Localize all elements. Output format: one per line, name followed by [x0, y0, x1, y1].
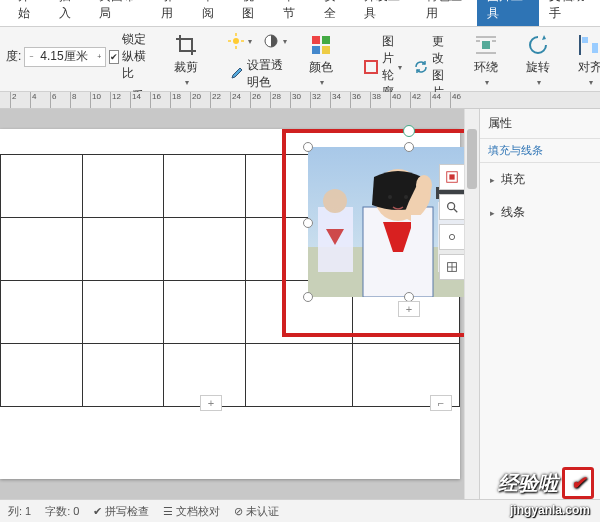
svg-rect-10	[322, 46, 330, 54]
watermark-check-icon: ✔	[562, 467, 594, 499]
align-button[interactable]: 对齐▾	[568, 31, 600, 89]
tab-picture-tools[interactable]: 图片工具	[477, 0, 538, 26]
table-cell[interactable]	[164, 281, 246, 344]
table-cell[interactable]	[82, 281, 164, 344]
tab-references[interactable]: 引用	[151, 0, 192, 26]
svg-point-34	[323, 189, 347, 213]
status-spellcheck[interactable]: ✔拼写检查	[93, 504, 149, 519]
tab-special[interactable]: 特色应用	[416, 0, 477, 26]
rotate-button[interactable]: 旋转▾	[516, 31, 560, 89]
svg-rect-16	[482, 41, 490, 49]
link-tool[interactable]	[439, 224, 465, 250]
lock-ratio-checkbox[interactable]: ✔	[109, 50, 119, 64]
table-cell[interactable]	[1, 281, 83, 344]
svg-rect-7	[312, 36, 320, 44]
resize-handle-tl[interactable]	[303, 142, 313, 152]
pane-tab-fill-line[interactable]: 填充与线条	[480, 139, 600, 163]
tab-doc-assist[interactable]: 文档助手	[539, 0, 600, 26]
set-transparent-button[interactable]: 设置透明色	[224, 55, 291, 93]
pane-fill-section[interactable]: ▸填充	[480, 163, 600, 196]
tab-security[interactable]: 安全	[314, 0, 355, 26]
horizontal-ruler[interactable]: 2468101214161820222426283032343638404244…	[0, 92, 600, 109]
rotate-icon	[526, 33, 550, 57]
menu-tabbar: 开始 插入 页面布局 引用 审阅 视图 章节 安全 开发工具 特色应用 图片工具…	[0, 0, 600, 27]
crop-button[interactable]: 裁剪 ▾	[164, 31, 208, 89]
rotate-handle[interactable]	[403, 125, 415, 137]
tab-review[interactable]: 审阅	[192, 0, 233, 26]
sun-icon	[228, 33, 244, 49]
status-proof[interactable]: ☰文档校对	[163, 504, 220, 519]
adjust-group: ▾ ▾ 设置透明色	[224, 31, 291, 93]
svg-point-45	[448, 203, 455, 210]
vertical-scrollbar[interactable]	[464, 109, 479, 499]
tab-devtools[interactable]: 开发工具	[354, 0, 415, 26]
tab-chapter[interactable]: 章节	[273, 0, 314, 26]
tab-layout[interactable]: 页面布局	[89, 0, 150, 26]
table-cell[interactable]	[82, 155, 164, 218]
svg-line-46	[454, 209, 458, 213]
palette-icon	[309, 33, 333, 57]
status-column[interactable]: 列: 1	[8, 504, 31, 519]
height-value[interactable]: 4.15厘米	[37, 48, 93, 65]
resize-handle-bl[interactable]	[303, 292, 313, 302]
ribbon: 度: − 4.15厘米 + ✔ 锁定纵横比 度: − 5.53厘米 + 重设大小	[0, 27, 600, 92]
tab-view[interactable]: 视图	[232, 0, 273, 26]
expand-icon: ▸	[490, 208, 495, 218]
watermark-url: jingyanla.com	[510, 503, 590, 517]
table-cell[interactable]	[1, 218, 83, 281]
height-spinner[interactable]: − 4.15厘米 +	[24, 47, 106, 67]
status-wordcount[interactable]: 字数: 0	[45, 504, 79, 519]
table-cell[interactable]	[164, 155, 246, 218]
table-cell[interactable]	[245, 344, 352, 407]
table-resize-handle[interactable]: ⌐	[430, 395, 452, 411]
side-toolbar	[439, 164, 463, 280]
add-row-button[interactable]: +	[200, 395, 222, 411]
svg-rect-44	[449, 174, 454, 179]
more-tool[interactable]	[439, 254, 465, 280]
table-cell[interactable]	[1, 344, 83, 407]
table-cell[interactable]	[164, 218, 246, 281]
main-area: + ⌐	[0, 109, 600, 499]
change-icon	[413, 59, 429, 75]
set-transparent-label: 设置透明色	[247, 57, 287, 91]
svg-rect-11	[365, 61, 377, 73]
height-label: 度:	[6, 48, 21, 65]
svg-rect-9	[312, 46, 320, 54]
brightness-button[interactable]: ▾	[224, 31, 256, 51]
svg-point-40	[404, 195, 408, 199]
svg-rect-21	[582, 37, 588, 43]
pane-line-section[interactable]: ▸线条	[480, 196, 600, 229]
tab-start[interactable]: 开始	[8, 0, 49, 26]
layout-options-button[interactable]: +	[398, 301, 420, 317]
svg-point-39	[388, 195, 392, 199]
document-area[interactable]: + ⌐	[0, 109, 479, 499]
svg-rect-22	[592, 43, 598, 53]
resize-handle-l[interactable]	[303, 218, 313, 228]
doc-icon: ☰	[163, 505, 173, 518]
watermark-text: 经验啦	[498, 470, 558, 497]
expand-icon: ▸	[490, 175, 495, 185]
height-inc[interactable]: +	[93, 52, 105, 61]
crop-dropdown-icon[interactable]: ▾	[185, 78, 189, 87]
status-confirm[interactable]: ⊘未认证	[234, 504, 279, 519]
scrollbar-thumb[interactable]	[467, 129, 477, 189]
align-icon	[578, 33, 600, 57]
wrap-icon	[474, 33, 498, 57]
table-cell[interactable]	[82, 344, 164, 407]
color-button[interactable]: 颜色 ▾	[299, 31, 343, 89]
resize-handle-t[interactable]	[404, 142, 414, 152]
properties-pane: 属性 填充与线条 ▸填充 ▸线条	[479, 109, 600, 499]
crop-icon	[174, 33, 198, 57]
crop-label: 裁剪	[174, 59, 198, 76]
svg-point-1	[233, 38, 239, 44]
layout-tool[interactable]	[439, 164, 465, 190]
contrast-button[interactable]: ▾	[259, 31, 291, 51]
tab-insert[interactable]: 插入	[49, 0, 90, 26]
height-dec[interactable]: −	[25, 52, 37, 61]
table-cell[interactable]	[1, 155, 83, 218]
eyedropper-icon	[228, 66, 244, 82]
zoom-tool[interactable]	[439, 194, 465, 220]
svg-rect-8	[322, 36, 330, 44]
table-cell[interactable]	[82, 218, 164, 281]
wrap-button[interactable]: 环绕▾	[464, 31, 508, 89]
